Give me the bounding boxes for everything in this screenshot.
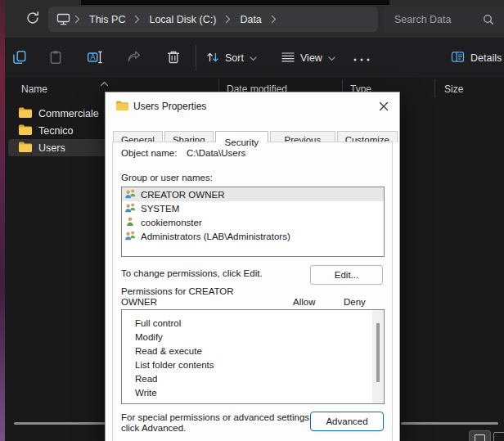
column-divider[interactable]	[434, 79, 435, 97]
details-view-glyph	[475, 434, 485, 441]
principal-row-creator-owner[interactable]: CREATOR OWNER	[122, 187, 384, 201]
paste-icon	[48, 50, 63, 67]
thumbnail-view-toggle-icon[interactable]	[493, 432, 504, 441]
folder-icon	[18, 124, 33, 138]
folder-icon	[115, 100, 129, 113]
permission-row-special-permissions: Special permissions	[135, 400, 367, 404]
folder-name: Tecnico	[38, 125, 73, 137]
edit-button[interactable]: Edit...	[310, 265, 383, 285]
permission-row-read-execute: Read & execute	[135, 344, 367, 358]
toolbar-divider	[196, 45, 196, 70]
details-view-toggle-icon[interactable]	[469, 430, 491, 441]
permissions-scrollbar[interactable]	[372, 310, 384, 403]
refresh-icon	[25, 16, 40, 28]
rename-button[interactable]: A	[84, 47, 106, 69]
dialog-title: Users Properties	[133, 101, 206, 112]
breadcrumb-this-pc[interactable]: This PC	[84, 14, 130, 25]
permissions-for-label-line1: Permissions for CREATOR	[121, 286, 234, 296]
refresh-button[interactable]	[25, 11, 41, 27]
principal-name: cookiemonster	[141, 218, 202, 227]
folder-row-commerciale[interactable]: Commerciale	[8, 105, 119, 122]
dialog-tab-strip: General Sharing Security Previous Versio…	[113, 122, 399, 142]
svg-text:A: A	[90, 53, 95, 61]
principal-row-cookiemonster[interactable]: cookiemonster	[122, 215, 384, 229]
group-or-user-names-list[interactable]: CREATOR OWNER SYSTEM cookiemonster Admin…	[121, 187, 385, 257]
permission-row-write: Write	[135, 386, 367, 400]
share-icon	[127, 50, 142, 67]
tab-security[interactable]: Security	[215, 131, 269, 142]
delete-button[interactable]	[163, 47, 184, 69]
details-label: Details	[470, 52, 502, 64]
chevron-down-icon	[328, 52, 335, 64]
allow-column-label: Allow	[293, 297, 315, 307]
horizontal-scrollbar[interactable]	[14, 422, 106, 425]
copy-button[interactable]	[9, 47, 30, 69]
sort-button[interactable]: Sort	[206, 47, 257, 69]
permissions-for-label-line2: OWNER	[121, 297, 157, 307]
details-pane-button[interactable]: Details	[451, 47, 502, 69]
this-pc-monitor-icon	[56, 13, 70, 25]
folder-icon	[18, 106, 33, 121]
user-icon	[124, 216, 137, 229]
horizontal-scrollbar[interactable]	[401, 422, 498, 425]
tab-general[interactable]: General	[113, 131, 163, 142]
object-name-label: Object name:	[121, 148, 177, 158]
folder-name: Users	[38, 142, 65, 154]
advanced-hint-line2: click Advanced.	[121, 423, 186, 433]
folder-name: Commerciale	[38, 108, 99, 119]
more-options-button[interactable]	[349, 47, 374, 69]
copy-icon	[12, 50, 27, 67]
tab-customize[interactable]: Customize	[337, 131, 398, 142]
column-header-name[interactable]: Name	[21, 83, 47, 95]
principal-name: Administrators (LAB\Administrators)	[141, 232, 290, 241]
command-toolbar: A Sort View Details	[5, 38, 504, 79]
permission-row-modify: Modify	[135, 331, 367, 344]
dialog-title-bar: Users Properties	[106, 92, 399, 120]
screenshot-root: This PC Local Disk (C:) Data Search Data…	[0, 0, 504, 441]
edit-hint-text: To change permissions, click Edit.	[121, 268, 263, 278]
tabbar-edge	[81, 0, 389, 5]
close-icon[interactable]	[375, 98, 393, 115]
group-icon	[124, 202, 137, 215]
principal-name: SYSTEM	[141, 204, 179, 214]
folder-row-tecnico[interactable]: Tecnico	[8, 122, 119, 139]
explorer-top-chrome: This PC Local Disk (C:) Data Search Data	[5, 0, 504, 38]
folder-row-users[interactable]: Users	[8, 139, 119, 156]
principal-name: CREATOR OWNER	[141, 190, 224, 200]
view-button[interactable]: View	[281, 47, 335, 69]
permission-row-list-folder-contents: List folder contents	[135, 358, 367, 372]
sort-ascending-caret-icon	[100, 78, 109, 89]
object-name-value: C:\Data\Users	[187, 148, 245, 158]
breadcrumb-chevron-icon	[267, 15, 281, 24]
folder-icon	[18, 141, 33, 155]
view-lines-icon	[281, 52, 295, 65]
group-icon	[124, 188, 137, 201]
permissions-items: Full control Modify Read & execute List …	[135, 317, 367, 404]
tab-sharing[interactable]: Sharing	[164, 131, 214, 142]
users-properties-dialog: Users Properties General Sharing Securit…	[105, 92, 400, 441]
advanced-button[interactable]: Advanced	[310, 412, 384, 431]
scrollbar-thumb[interactable]	[376, 323, 380, 382]
share-button[interactable]	[124, 47, 145, 69]
breadcrumb-local-disk-c[interactable]: Local Disk (C:)	[144, 14, 221, 25]
search-icon	[483, 14, 494, 25]
details-panel-icon	[451, 51, 465, 65]
trash-icon	[166, 50, 181, 67]
search-placeholder: Search Data	[394, 14, 483, 25]
search-box[interactable]: Search Data	[383, 7, 504, 32]
permission-row-full-control: Full control	[135, 317, 367, 331]
breadcrumb-chevron-icon	[221, 15, 235, 24]
principal-row-system[interactable]: SYSTEM	[122, 201, 384, 215]
paste-button[interactable]	[45, 47, 66, 69]
principal-row-administrators[interactable]: Administrators (LAB\Administrators)	[122, 229, 384, 243]
breadcrumb-chevron-icon	[130, 15, 144, 24]
sort-label: Sort	[225, 52, 244, 64]
view-label: View	[300, 52, 322, 64]
column-header-size[interactable]: Size	[444, 83, 463, 95]
breadcrumb-data[interactable]: Data	[235, 14, 266, 25]
tab-previous-versions[interactable]: Previous Versions	[270, 131, 335, 142]
permissions-list[interactable]: Full control Modify Read & execute List …	[121, 309, 385, 404]
breadcrumb-chevron-icon	[70, 15, 84, 24]
address-bar[interactable]: This PC Local Disk (C:) Data	[48, 7, 378, 32]
ellipsis-icon	[353, 52, 371, 65]
